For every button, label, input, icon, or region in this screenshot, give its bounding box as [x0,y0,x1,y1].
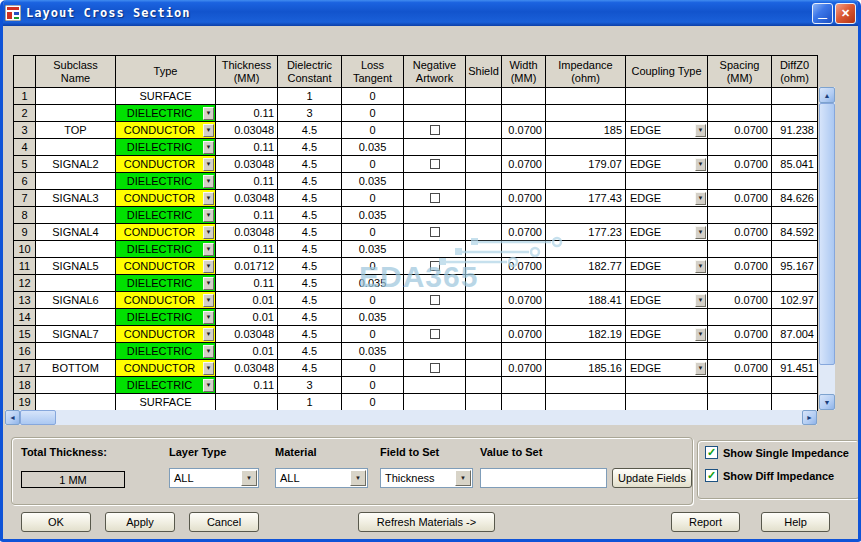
coupling-dropdown-icon[interactable]: ▼ [695,294,706,307]
cell-subclass-name[interactable]: SIGNAL5 [36,258,116,275]
chevron-down-icon[interactable]: ▼ [455,470,471,486]
chevron-down-icon[interactable]: ▼ [241,470,257,486]
type-dropdown-icon[interactable]: ▼ [203,260,214,273]
cell-spacing[interactable] [708,139,772,156]
coupling-dropdown-icon[interactable]: ▼ [695,328,706,341]
scroll-down-icon[interactable]: ▼ [819,394,835,410]
cell-type[interactable]: CONDUCTOR▼ [116,360,216,377]
cell-thickness[interactable]: 0.01 [216,292,278,309]
cell-loss-tangent[interactable]: 0 [342,292,404,309]
cell-width[interactable] [502,207,546,224]
cell-dielectric-constant[interactable]: 1 [278,88,342,105]
scroll-up-icon[interactable]: ▲ [819,87,835,103]
cell-type[interactable]: DIELECTRIC▼ [116,343,216,360]
cell-width[interactable]: 0.0700 [502,326,546,343]
cell-coupling-type[interactable]: EDGE▼ [626,190,708,207]
cell-dielectric-constant[interactable]: 4.5 [278,275,342,292]
apply-button[interactable]: Apply [105,512,175,532]
cell-width[interactable]: 0.0700 [502,122,546,139]
cell-negative-artwork[interactable] [404,360,466,377]
coupling-dropdown-icon[interactable]: ▼ [695,260,706,273]
cell-thickness[interactable]: 0.03048 [216,156,278,173]
type-dropdown-icon[interactable]: ▼ [203,362,214,375]
cell-thickness[interactable]: 0.03048 [216,190,278,207]
cell-width[interactable] [502,275,546,292]
cell-negative-artwork[interactable] [404,224,466,241]
cell-subclass-name[interactable] [36,105,116,122]
value-to-set-input[interactable] [480,468,607,488]
show-single-impedance-checkbox[interactable]: ✓ Show Single Impedance [705,446,849,459]
cell-type[interactable]: CONDUCTOR▼ [116,258,216,275]
cell-width[interactable]: 0.0700 [502,224,546,241]
cell-subclass-name[interactable] [36,88,116,105]
vertical-scrollbar[interactable]: ▲ ▼ [819,87,835,410]
cell-type[interactable]: DIELECTRIC▼ [116,241,216,258]
cell-dielectric-constant[interactable]: 4.5 [278,224,342,241]
cell-thickness[interactable]: 0.11 [216,377,278,394]
cell-loss-tangent[interactable]: 0.035 [342,241,404,258]
cell-dielectric-constant[interactable]: 3 [278,105,342,122]
cell-subclass-name[interactable] [36,343,116,360]
cell-spacing[interactable] [708,207,772,224]
negative-artwork-checkbox[interactable] [430,329,440,339]
cell-dielectric-constant[interactable]: 4.5 [278,258,342,275]
cell-loss-tangent[interactable]: 0 [342,190,404,207]
cell-dielectric-constant[interactable]: 4.5 [278,207,342,224]
cell-spacing[interactable] [708,309,772,326]
cell-width[interactable]: 0.0700 [502,190,546,207]
type-dropdown-icon[interactable]: ▼ [203,141,214,154]
cell-width[interactable] [502,309,546,326]
negative-artwork-checkbox[interactable] [430,125,440,135]
cell-negative-artwork[interactable] [404,326,466,343]
cell-type[interactable]: CONDUCTOR▼ [116,326,216,343]
type-dropdown-icon[interactable]: ▼ [203,158,214,171]
cell-dielectric-constant[interactable]: 4.5 [278,309,342,326]
report-button[interactable]: Report [671,512,740,532]
cell-thickness[interactable]: 0.01 [216,309,278,326]
cell-coupling-type[interactable]: EDGE▼ [626,122,708,139]
refresh-materials-button[interactable]: Refresh Materials -> [358,512,495,532]
cell-spacing[interactable]: 0.0700 [708,292,772,309]
type-dropdown-icon[interactable]: ▼ [203,277,214,290]
cell-negative-artwork[interactable] [404,122,466,139]
cell-width[interactable] [502,88,546,105]
checkmark-icon[interactable]: ✓ [705,446,718,459]
cell-subclass-name[interactable]: TOP [36,122,116,139]
negative-artwork-checkbox[interactable] [430,227,440,237]
cell-spacing[interactable] [708,377,772,394]
cell-dielectric-constant[interactable]: 4.5 [278,190,342,207]
type-dropdown-icon[interactable]: ▼ [203,107,214,120]
type-dropdown-icon[interactable]: ▼ [203,294,214,307]
cell-loss-tangent[interactable]: 0 [342,156,404,173]
cell-spacing[interactable] [708,105,772,122]
cell-spacing[interactable] [708,173,772,190]
cell-width[interactable] [502,394,546,411]
cell-spacing[interactable] [708,343,772,360]
checkmark-icon[interactable]: ✓ [705,469,718,482]
layer-type-select[interactable]: ALL ▼ [169,468,259,488]
type-dropdown-icon[interactable]: ▼ [203,175,214,188]
cell-subclass-name[interactable] [36,394,116,411]
cell-type[interactable]: CONDUCTOR▼ [116,292,216,309]
cell-thickness[interactable]: 0.11 [216,173,278,190]
cell-subclass-name[interactable] [36,241,116,258]
cell-type[interactable]: DIELECTRIC▼ [116,105,216,122]
cell-loss-tangent[interactable]: 0 [342,326,404,343]
cell-thickness[interactable]: 0.11 [216,139,278,156]
cell-width[interactable] [502,139,546,156]
cell-loss-tangent[interactable]: 0.035 [342,275,404,292]
chevron-down-icon[interactable]: ▼ [350,470,366,486]
cell-type[interactable]: SURFACE [116,88,216,105]
cell-loss-tangent[interactable]: 0 [342,105,404,122]
cell-thickness[interactable]: 0.11 [216,241,278,258]
cell-width[interactable]: 0.0700 [502,156,546,173]
cell-width[interactable]: 0.0700 [502,292,546,309]
cell-spacing[interactable]: 0.0700 [708,190,772,207]
cell-spacing[interactable]: 0.0700 [708,326,772,343]
cell-negative-artwork[interactable] [404,292,466,309]
cell-spacing[interactable] [708,88,772,105]
cell-subclass-name[interactable] [36,139,116,156]
cell-thickness[interactable] [216,88,278,105]
coupling-dropdown-icon[interactable]: ▼ [695,226,706,239]
cell-loss-tangent[interactable]: 0.035 [342,207,404,224]
